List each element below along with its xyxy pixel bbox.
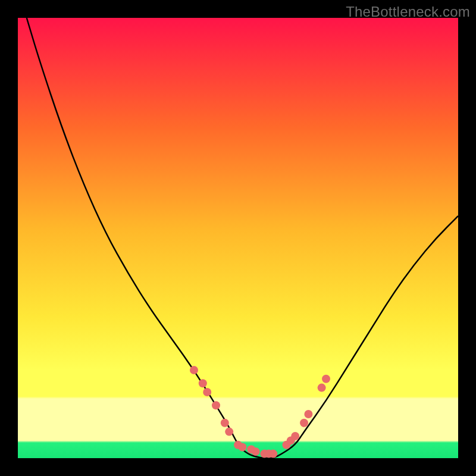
svg-rect-0 [18, 18, 458, 458]
watermark-text: TheBottleneck.com [346, 4, 470, 20]
background-gradient [18, 18, 458, 458]
chart-frame [18, 18, 458, 458]
